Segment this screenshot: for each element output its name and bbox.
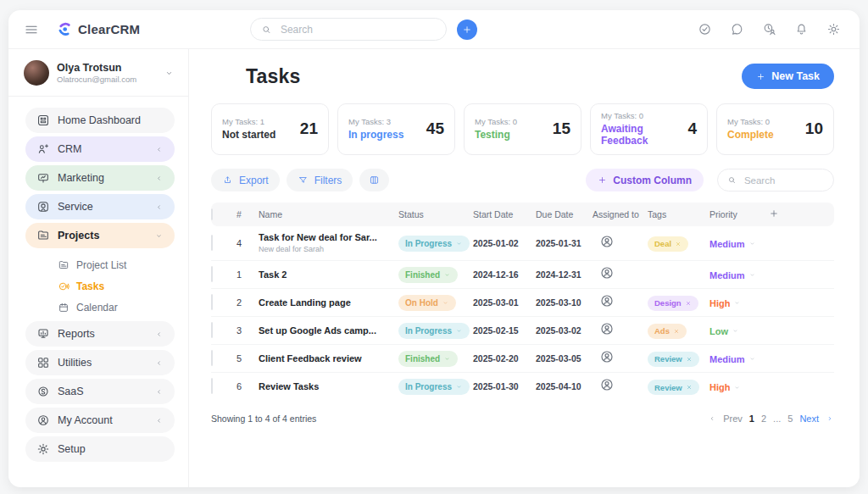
column-header-priority[interactable]: Priority <box>709 209 769 219</box>
sidebar-item-service[interactable]: Service <box>25 194 175 219</box>
assignee-avatar-icon[interactable] <box>599 377 615 392</box>
tag-remove-icon[interactable] <box>675 241 682 247</box>
export-button[interactable]: Export <box>211 169 280 191</box>
prev-page-icon[interactable] <box>708 414 716 423</box>
check-circle-icon[interactable] <box>698 22 712 36</box>
global-search-input[interactable] <box>279 23 436 36</box>
table-search-input[interactable] <box>743 175 824 186</box>
row-checkbox[interactable] <box>211 322 213 338</box>
column-header-#[interactable]: # <box>236 209 259 219</box>
sidebar-item-reports[interactable]: Reports <box>25 321 175 347</box>
column-header-name[interactable]: Name <box>259 209 398 219</box>
assignee-avatar-icon[interactable] <box>599 293 615 308</box>
assignee-avatar-icon[interactable] <box>599 234 615 249</box>
row-checkbox[interactable] <box>211 266 213 282</box>
tag-remove-icon[interactable] <box>686 384 693 391</box>
row-checkbox[interactable] <box>211 235 213 251</box>
task-subtitle: New deal for Sarah <box>259 245 393 255</box>
sidebar-item-utilities[interactable]: Utilities <box>25 350 175 375</box>
chevron-down-icon[interactable] <box>164 68 175 79</box>
tag-pill[interactable]: Design <box>648 296 698 311</box>
next-page-icon[interactable] <box>826 414 834 423</box>
column-header-assigned-to[interactable]: Assigned to <box>593 209 648 219</box>
stat-card[interactable]: My Tasks: 3In progress45 <box>337 103 455 155</box>
next-page-button[interactable]: Next <box>799 414 819 424</box>
new-task-button[interactable]: New Task <box>742 64 834 89</box>
task-name-cell[interactable]: Review Tasks <box>259 375 398 397</box>
page-number-2[interactable]: 2 <box>761 414 766 424</box>
priority-dropdown[interactable]: High <box>709 382 741 392</box>
priority-dropdown[interactable]: High <box>709 298 741 308</box>
assignee-avatar-icon[interactable] <box>599 265 615 280</box>
table-header-row: #NameStatusStart DateDue DateAssigned to… <box>211 203 834 226</box>
task-name-cell[interactable]: Create Landing page <box>259 291 398 314</box>
bell-icon[interactable] <box>794 22 809 36</box>
tag-remove-icon[interactable] <box>686 356 693 363</box>
column-header-start-date[interactable]: Start Date <box>473 209 536 219</box>
page-number-1[interactable]: 1 <box>749 414 754 424</box>
sidebar-item-marketing[interactable]: Marketing <box>25 165 175 191</box>
stat-card[interactable]: My Tasks: 0Testing15 <box>464 103 581 155</box>
sidebar-item-setup[interactable]: Setup <box>25 436 175 462</box>
table-search[interactable] <box>717 169 834 191</box>
gear-icon[interactable] <box>826 22 841 36</box>
sidebar-item-calendar[interactable]: Calendar <box>58 297 175 318</box>
task-name-cell[interactable]: Task for New deal for Sar...New deal for… <box>259 226 398 260</box>
sidebar-item-tasks[interactable]: Tasks <box>58 275 175 297</box>
tag-pill[interactable]: Deal <box>648 236 688 252</box>
status-dropdown[interactable]: In Progress <box>398 323 470 339</box>
add-column-icon[interactable] <box>769 208 779 219</box>
task-name-cell[interactable]: Client Feedback review <box>259 347 398 369</box>
filters-button[interactable]: Filters <box>287 169 353 191</box>
status-dropdown[interactable]: Finished <box>398 351 458 367</box>
task-name-cell[interactable]: Task 2 <box>259 264 398 286</box>
priority-dropdown[interactable]: Medium <box>709 270 756 280</box>
status-dropdown[interactable]: On Hold <box>398 295 456 311</box>
sidebar-item-project-list[interactable]: Project List <box>58 254 175 275</box>
sidebar-item-crm[interactable]: CRM <box>25 136 175 162</box>
stat-card[interactable]: My Tasks: 1Not started21 <box>211 103 329 155</box>
global-search[interactable] <box>250 18 447 41</box>
sidebar-item-projects[interactable]: Projects <box>25 223 175 248</box>
priority-dropdown[interactable]: Medium <box>709 354 756 364</box>
stat-card[interactable]: My Tasks: 0Complete10 <box>716 103 834 155</box>
page-number-5[interactable]: 5 <box>787 414 793 424</box>
menu-icon[interactable] <box>24 22 39 37</box>
tag-pill[interactable]: Review <box>648 352 699 367</box>
column-header-tags[interactable]: Tags <box>648 209 709 219</box>
task-name-cell[interactable]: Set up Google Ads camp... <box>259 319 398 341</box>
tag-remove-icon[interactable] <box>685 300 692 307</box>
profile-card[interactable]: Olya Trotsun Olatrocun@gmail.com <box>8 49 188 97</box>
prev-page-button[interactable]: Prev <box>723 414 743 424</box>
select-all-checkbox[interactable] <box>211 208 213 220</box>
status-dropdown[interactable]: Finished <box>398 267 458 283</box>
gear-icon <box>36 442 50 456</box>
chat-icon[interactable] <box>730 22 744 36</box>
sidebar-item-home-dashboard[interactable]: Home Dashboard <box>25 108 175 133</box>
stat-card-text: My Tasks: 0Awaiting Feedback <box>601 111 682 147</box>
tag-remove-icon[interactable] <box>673 328 680 335</box>
tag-pill[interactable]: Review <box>648 380 699 395</box>
status-dropdown[interactable]: In Progress <box>398 236 470 252</box>
sidebar-item-saas[interactable]: SaaS <box>25 379 175 404</box>
tag-pill[interactable]: Ads <box>648 324 687 339</box>
status-dropdown[interactable]: In Progress <box>398 379 470 395</box>
custom-column-button[interactable]: Custom Column <box>586 169 704 191</box>
priority-dropdown[interactable]: Low <box>709 326 739 336</box>
assignee-avatar-icon[interactable] <box>599 349 615 364</box>
stat-card[interactable]: My Tasks: 0Awaiting Feedback4 <box>590 103 708 155</box>
columns-button[interactable] <box>359 169 389 191</box>
row-checkbox[interactable] <box>211 350 213 366</box>
global-add-button[interactable] <box>457 19 477 40</box>
row-checkbox[interactable] <box>211 294 213 310</box>
priority-dropdown[interactable]: Medium <box>709 239 756 249</box>
row-checkbox[interactable] <box>211 378 213 394</box>
main-content: Tasks New Task My Tasks: 1Not started21M… <box>189 49 860 487</box>
column-header-status[interactable]: Status <box>398 209 473 219</box>
time-user-icon[interactable] <box>762 22 776 36</box>
app-window: ClearCRM Olya Trotsun Olatrocun@gmail.co… <box>8 10 860 487</box>
assignee-avatar-icon[interactable] <box>599 321 615 336</box>
sidebar-item-my-account[interactable]: My Account <box>25 408 175 433</box>
column-header-due-date[interactable]: Due Date <box>536 209 593 219</box>
logo[interactable]: ClearCRM <box>56 20 140 38</box>
